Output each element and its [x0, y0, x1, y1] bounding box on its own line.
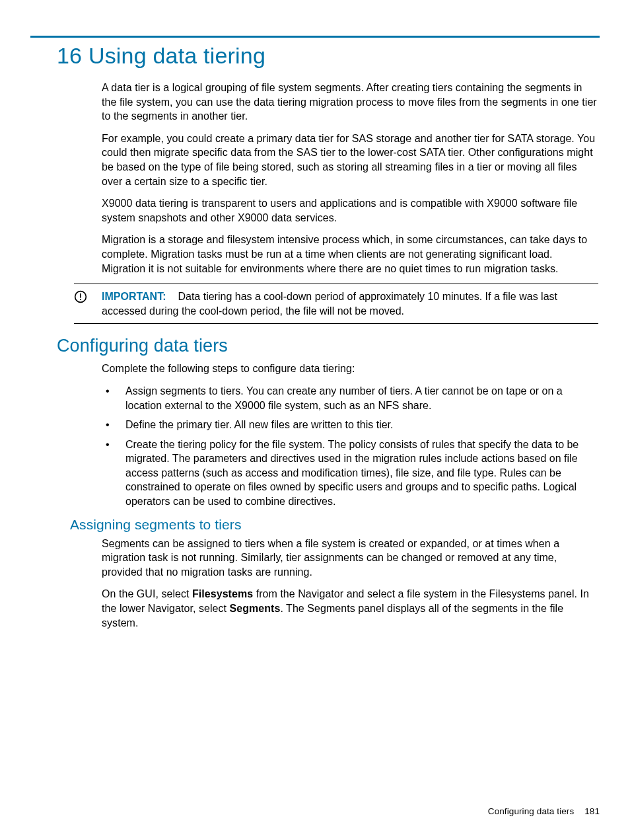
- svg-rect-1: [80, 293, 81, 298]
- chapter-number: 16: [57, 43, 82, 68]
- chapter-title: 16 Using data tiering: [57, 43, 600, 69]
- section-assigning-body: Segments can be assigned to tiers when a…: [102, 537, 598, 630]
- section-configuring-title: Configuring data tiers: [57, 336, 600, 356]
- bold-segments: Segments: [230, 603, 281, 614]
- section-assigning-title: Assigning segments to tiers: [70, 517, 600, 533]
- intro-p3: X9000 data tiering is transparent to use…: [102, 196, 598, 225]
- configuring-lead: Complete the following steps to configur…: [102, 362, 598, 376]
- page-number: 181: [584, 806, 600, 816]
- important-body: Data tiering has a cool-down period of a…: [102, 291, 557, 317]
- intro-p4: Migration is a storage and filesystem in…: [102, 233, 598, 276]
- list-item: Define the primary tier. All new files a…: [102, 418, 598, 432]
- assigning-p1: Segments can be assigned to tiers when a…: [102, 537, 598, 580]
- important-text: IMPORTANT:Data tiering has a cool-down p…: [102, 289, 598, 318]
- assigning-p2: On the GUI, select Filesystems from the …: [102, 587, 598, 630]
- important-icon: [74, 290, 87, 303]
- list-item: Assign segments to tiers. You can create…: [102, 384, 598, 412]
- important-block: IMPORTANT:Data tiering has a cool-down p…: [74, 284, 598, 324]
- intro-p2: For example, you could create a primary …: [102, 132, 598, 188]
- important-label: IMPORTANT:: [102, 291, 166, 302]
- p2-pre: On the GUI, select: [102, 588, 192, 599]
- intro-body: A data tier is a logical grouping of fil…: [102, 81, 598, 276]
- footer-text: Configuring data tiers: [488, 806, 575, 816]
- list-item: Create the tiering policy for the file s…: [102, 438, 598, 509]
- top-rule: [30, 36, 600, 38]
- section-configuring-body: Complete the following steps to configur…: [102, 362, 598, 376]
- important-row: IMPORTANT:Data tiering has a cool-down p…: [74, 289, 598, 318]
- chapter-name: Using data tiering: [88, 43, 265, 68]
- bold-filesystems: Filesystems: [192, 588, 253, 599]
- svg-rect-2: [80, 299, 81, 300]
- intro-p1: A data tier is a logical grouping of fil…: [102, 81, 598, 124]
- configuring-bullets: Assign segments to tiers. You can create…: [102, 384, 598, 509]
- page-footer: Configuring data tiers 181: [488, 806, 600, 816]
